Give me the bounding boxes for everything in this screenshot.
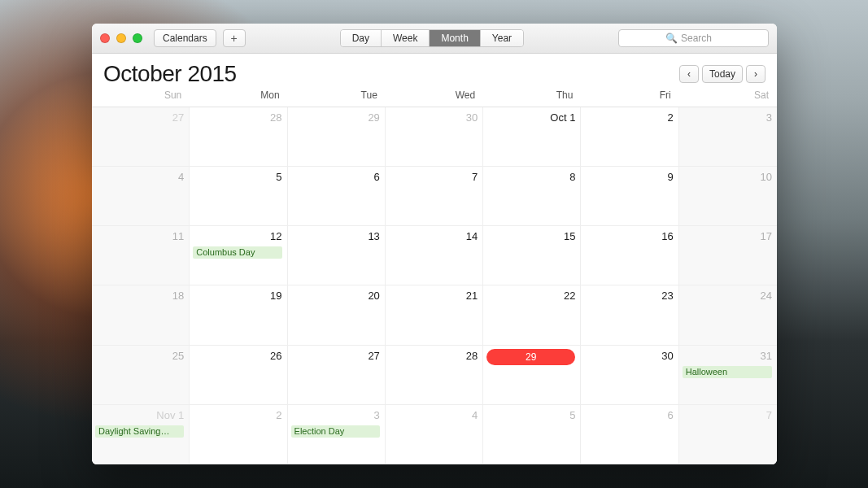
day-number: 17 [683, 229, 772, 244]
day-number: 27 [95, 111, 184, 125]
month-name: October [103, 61, 181, 86]
day-cell[interactable]: Oct 1 [483, 107, 581, 167]
day-cell[interactable]: Nov 1Daylight Saving… [92, 405, 190, 464]
today-button[interactable]: Today [702, 65, 743, 83]
weekday-label: Sun [92, 89, 190, 107]
day-number: 21 [389, 289, 478, 303]
prev-month-button[interactable]: ‹ [679, 65, 699, 83]
day-cell[interactable]: 13 [288, 226, 386, 285]
day-cell[interactable]: 29 [288, 107, 386, 167]
day-cell[interactable]: 21 [386, 285, 483, 345]
day-number: 5 [193, 170, 281, 185]
day-cell[interactable]: 5 [483, 405, 581, 464]
event-pill[interactable]: Columbus Day [193, 246, 281, 259]
weekday-label: Fri [581, 89, 678, 107]
day-cell[interactable]: 4 [386, 405, 483, 464]
event-pill[interactable]: Election Day [291, 425, 380, 438]
day-number: 28 [389, 349, 478, 364]
day-number: 27 [291, 349, 380, 364]
desktop-wallpaper: Calendars + Day Week Month Year 🔍 Octobe… [0, 0, 868, 488]
day-cell[interactable]: 22 [483, 285, 581, 345]
day-number: Nov 1 [95, 408, 184, 423]
day-cell[interactable]: 8 [483, 167, 581, 226]
day-cell[interactable]: 20 [288, 285, 386, 345]
day-cell[interactable]: 3Election Day [288, 405, 386, 464]
view-segmented-control: Day Week Month Year [340, 29, 524, 47]
day-cell[interactable]: 3 [679, 107, 777, 167]
day-cell[interactable]: 15 [483, 226, 581, 285]
day-cell[interactable]: 26 [190, 346, 287, 405]
day-cell[interactable]: 30 [386, 107, 483, 167]
day-cell[interactable]: 5 [190, 167, 287, 226]
day-number: 9 [584, 170, 673, 185]
day-cell[interactable]: 25 [92, 346, 190, 405]
day-number: 2 [584, 111, 673, 125]
day-number: 26 [193, 349, 281, 364]
month-grid: 27282930Oct 123456789101112Columbus Day1… [92, 107, 777, 464]
day-cell[interactable]: 2 [581, 107, 678, 167]
close-icon[interactable] [100, 33, 110, 43]
day-cell[interactable]: 10 [679, 167, 777, 226]
day-cell[interactable]: 27 [288, 346, 386, 405]
view-month-button[interactable]: Month [430, 30, 480, 46]
chevron-left-icon: ‹ [687, 68, 691, 80]
day-cell[interactable]: 9 [581, 167, 678, 226]
day-number: 5 [486, 408, 575, 423]
day-number: 2 [193, 408, 281, 423]
view-day-button[interactable]: Day [341, 30, 382, 46]
day-number: 18 [95, 289, 184, 303]
next-month-button[interactable]: › [746, 65, 765, 83]
day-cell[interactable]: 27 [92, 107, 190, 167]
day-cell[interactable]: 18 [92, 285, 190, 345]
day-cell[interactable]: 28 [190, 107, 287, 167]
event-pill[interactable]: Halloween [683, 366, 772, 378]
day-cell[interactable]: 24 [679, 285, 777, 345]
search-icon: 🔍 [665, 33, 678, 44]
day-cell[interactable]: 31Halloween [679, 346, 777, 405]
day-number: 12 [193, 229, 281, 244]
search-field[interactable]: 🔍 [618, 29, 769, 47]
day-number: 11 [95, 229, 184, 244]
day-cell[interactable]: 6 [288, 167, 386, 226]
window-controls [100, 33, 142, 43]
add-event-button[interactable]: + [223, 29, 246, 47]
day-cell[interactable]: 23 [581, 285, 678, 345]
day-number: 23 [584, 289, 673, 303]
day-cell[interactable]: 19 [190, 285, 287, 345]
day-number: 16 [584, 229, 673, 244]
minimize-icon[interactable] [116, 33, 126, 43]
event-pill[interactable]: Daylight Saving… [95, 425, 184, 438]
zoom-icon[interactable] [133, 33, 142, 43]
day-cell[interactable]: 6 [581, 405, 678, 464]
day-number: 25 [95, 349, 184, 364]
day-cell[interactable]: 14 [386, 226, 483, 285]
day-cell[interactable]: 16 [581, 226, 678, 285]
calendars-button[interactable]: Calendars [154, 29, 216, 47]
day-number: 3 [291, 408, 380, 423]
day-cell[interactable]: 17 [679, 226, 777, 285]
day-cell[interactable]: 11 [92, 226, 190, 285]
day-number: 14 [389, 229, 478, 244]
day-cell[interactable]: 28 [386, 346, 483, 405]
day-cell[interactable]: 7 [386, 167, 483, 226]
day-cell[interactable]: 7 [679, 405, 777, 464]
day-cell[interactable]: 30 [581, 346, 678, 405]
day-cell[interactable]: 29 [483, 346, 581, 405]
search-input[interactable] [681, 33, 722, 44]
day-number: 3 [683, 111, 772, 125]
day-number: 7 [389, 170, 478, 185]
weekday-label: Wed [386, 89, 483, 107]
day-number: 28 [193, 111, 281, 125]
day-number: 6 [584, 408, 673, 423]
day-number: 30 [584, 349, 673, 364]
day-cell[interactable]: 2 [190, 405, 287, 464]
day-number: 8 [486, 170, 575, 185]
view-year-button[interactable]: Year [481, 30, 523, 46]
plus-icon: + [231, 32, 238, 45]
day-cell[interactable]: 12Columbus Day [190, 226, 287, 285]
day-cell[interactable]: 4 [92, 167, 190, 226]
view-week-button[interactable]: Week [382, 30, 430, 46]
weekday-header: Sun Mon Tue Wed Thu Fri Sat [92, 89, 777, 107]
day-number: 31 [683, 349, 772, 364]
today-badge: 29 [486, 349, 575, 365]
